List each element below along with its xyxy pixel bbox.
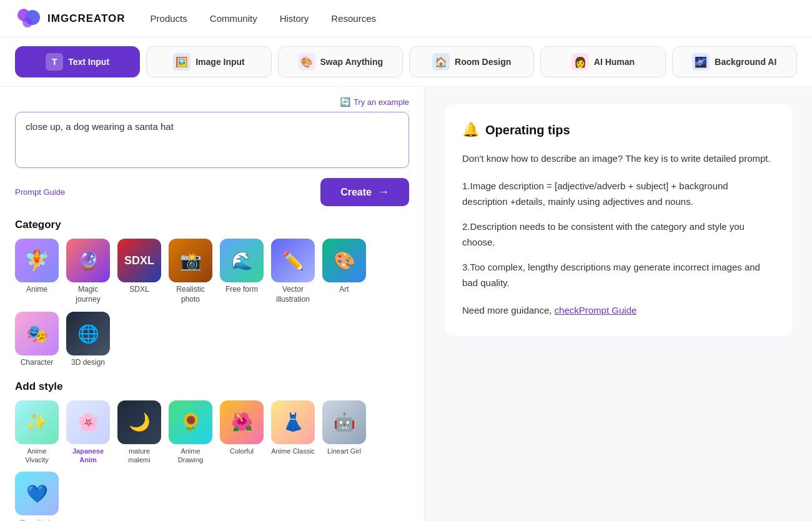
main-content: 🔄 Try an example close up, a dog wearing… <box>0 87 812 521</box>
tip5-row: Need more guidance, checkPrompt Guide <box>462 302 775 319</box>
tip4-text: 3.Too complex, lengthy descriptions may … <box>462 259 775 291</box>
refresh-icon: 🔄 <box>340 97 350 107</box>
tab-room-label: Room Design <box>455 57 511 67</box>
left-panel: 🔄 Try an example close up, a dog wearing… <box>0 87 425 521</box>
japanese-label: Japanese Anim <box>66 447 110 465</box>
nav-resources[interactable]: Resources <box>331 13 376 24</box>
character-label: Character <box>21 358 54 368</box>
tab-background-ai[interactable]: 🌌 Background AI <box>672 46 797 77</box>
image-input-icon: 🖼️ <box>173 53 191 71</box>
lineart-label: Lineart Girl <box>327 447 361 455</box>
tab-ai-human[interactable]: 👩 AI Human <box>540 46 665 77</box>
style-anime-drawing[interactable]: 🌻 Anime Drawing <box>169 400 212 465</box>
logo-area: IMGCREATOR <box>15 5 126 32</box>
tips-header-row: 🔔 Operating tips <box>462 122 775 138</box>
style-colorful[interactable]: 🌺 Colorful <box>220 400 264 465</box>
tips-box: 🔔 Operating tips Don't know how to descr… <box>445 104 792 335</box>
anime-thumb: 🧚 <box>15 239 59 282</box>
text-input-icon: T <box>46 53 63 71</box>
anime-drawing-label: Anime Drawing <box>169 447 212 465</box>
background-ai-icon: 🌌 <box>692 53 710 71</box>
anime-classic-label: Anime Classic <box>271 447 315 455</box>
tab-text-input[interactable]: T Text Input <box>15 46 140 77</box>
brand-name: IMGCREATOR <box>47 12 126 25</box>
style-anime-classic[interactable]: 👗 Anime Classic <box>271 400 315 465</box>
tab-swap-label: Swap Anything <box>320 57 384 67</box>
category-grid: 🧚 Anime 🔮 Magic journey SDXL SDXL 📸 Real… <box>15 239 409 368</box>
3d-label: 3D design <box>71 358 105 368</box>
category-sdxl[interactable]: SDXL SDXL <box>117 239 161 304</box>
category-3d[interactable]: 🌐 3D design <box>66 312 110 368</box>
art-thumb: 🎨 <box>322 239 366 282</box>
tab-text-input-label: Text Input <box>68 57 109 67</box>
style-japanese[interactable]: 🌸 Japanese Anim <box>66 400 110 465</box>
sdxl-thumb: SDXL <box>117 239 161 282</box>
category-vector[interactable]: ✏️ Vector illustration <box>271 239 315 304</box>
add-style-title: Add style <box>15 380 409 393</box>
mature-label: mature malemi <box>117 447 161 465</box>
right-panel: 🔔 Operating tips Don't know how to descr… <box>425 87 812 521</box>
create-button[interactable]: Create → <box>320 178 409 206</box>
tips-header-text: Operating tips <box>485 123 570 137</box>
tab-swap-anything[interactable]: 🎨 Swap Anything <box>278 46 403 77</box>
tab-image-input[interactable]: 🖼️ Image Input <box>146 46 271 77</box>
tip5-prefix: Need more guidance, <box>462 305 555 315</box>
try-example-btn[interactable]: 🔄 Try an example <box>340 97 409 107</box>
realistic-label: Realistic photo <box>169 285 212 304</box>
anime-label: Anime <box>26 285 47 294</box>
anime-classic-thumb: 👗 <box>271 400 315 444</box>
character-thumb: 🎭 <box>15 312 59 355</box>
free-thumb: 🌊 <box>220 239 264 282</box>
japanese-thumb: 🌸 <box>66 400 110 444</box>
vector-thumb: ✏️ <box>271 239 315 282</box>
style-kawaii[interactable]: 💙 Kawaii mix Girl <box>15 472 59 521</box>
anime-vivacity-label: Anime Vivacity <box>15 447 59 465</box>
style-mature[interactable]: 🌙 mature malemi <box>117 400 161 465</box>
nav-products[interactable]: Products <box>151 13 187 24</box>
vector-label: Vector illustration <box>271 285 315 304</box>
mature-thumb: 🌙 <box>117 400 161 444</box>
category-free-form[interactable]: 🌊 Free form <box>220 239 264 304</box>
kawaii-label: Kawaii mix Girl <box>15 518 59 521</box>
style-anime-vivacity[interactable]: ✨ Anime Vivacity <box>15 400 59 465</box>
ai-human-icon: 👩 <box>572 53 589 71</box>
create-label: Create <box>340 187 372 198</box>
try-example-label: Try an example <box>354 97 409 107</box>
check-prompt-guide-link[interactable]: checkPrompt Guide <box>555 305 637 315</box>
logo-icon <box>15 5 42 32</box>
free-label: Free form <box>225 285 258 295</box>
tip3-text: 2.Description needs to be consistent wit… <box>462 219 775 251</box>
category-magic-journey[interactable]: 🔮 Magic journey <box>66 239 110 304</box>
art-label: Art <box>339 285 349 294</box>
prompt-input[interactable]: close up, a dog wearing a santa hat <box>15 112 409 168</box>
category-character[interactable]: 🎭 Character <box>15 312 59 368</box>
main-nav: Products Community History Resources <box>151 13 376 24</box>
anime-vivacity-thumb: ✨ <box>15 400 59 444</box>
magic-label: Magic journey <box>66 285 110 304</box>
style-lineart-girl[interactable]: 🤖 Lineart Girl <box>322 400 366 465</box>
tab-background-label: Background AI <box>715 57 776 67</box>
category-anime[interactable]: 🧚 Anime <box>15 239 59 304</box>
category-art[interactable]: 🎨 Art <box>322 239 366 304</box>
tab-bar: T Text Input 🖼️ Image Input 🎨 Swap Anyth… <box>0 37 812 87</box>
bell-icon: 🔔 <box>462 122 479 138</box>
try-example-row: 🔄 Try an example <box>15 97 409 107</box>
create-arrow-icon: → <box>378 186 389 199</box>
prompt-guide-link[interactable]: Prompt Guide <box>15 187 65 197</box>
nav-community[interactable]: Community <box>210 13 257 24</box>
tab-room-design[interactable]: 🏠 Room Design <box>409 46 534 77</box>
kawaii-thumb: 💙 <box>15 472 59 515</box>
magic-thumb: 🔮 <box>66 239 110 282</box>
actions-row: Prompt Guide Create → <box>15 178 409 206</box>
colorful-thumb: 🌺 <box>220 400 264 444</box>
tip2-text: 1.Image description = [adjective/adverb … <box>462 178 775 210</box>
category-realistic[interactable]: 📸 Realistic photo <box>169 239 212 304</box>
sdxl-label: SDXL <box>129 285 149 294</box>
lineart-thumb: 🤖 <box>322 400 366 444</box>
svg-point-2 <box>22 17 32 27</box>
tab-ai-human-label: AI Human <box>594 57 635 67</box>
nav-history[interactable]: History <box>280 13 309 24</box>
tab-image-input-label: Image Input <box>196 57 245 67</box>
anime-drawing-thumb: 🌻 <box>169 400 212 444</box>
tip1-text: Don't know how to describe an image? The… <box>462 151 775 167</box>
